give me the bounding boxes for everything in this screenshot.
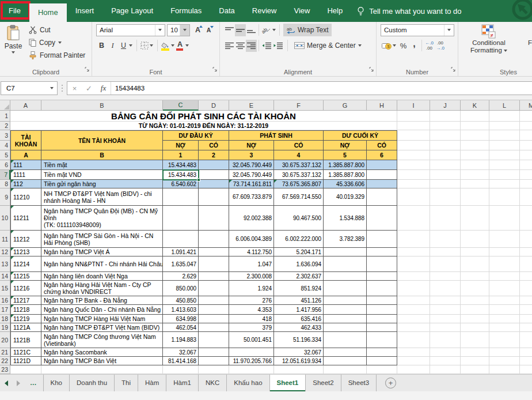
name-box[interactable]: C7 bbox=[1, 81, 58, 95]
cell-F13[interactable]: 1.636.094 bbox=[274, 256, 324, 272]
accounting-format-button[interactable]: $ bbox=[381, 40, 393, 52]
column-header-D[interactable]: D bbox=[199, 100, 229, 111]
cell-K5[interactable] bbox=[461, 150, 489, 160]
cell-D17[interactable] bbox=[199, 305, 229, 315]
italic-button[interactable]: I bbox=[107, 40, 118, 52]
cell-H14[interactable] bbox=[367, 272, 397, 281]
cell-M23[interactable] bbox=[520, 365, 532, 374]
cell-D23[interactable] bbox=[199, 365, 229, 374]
cell-A3[interactable]: TÀI KHOẢN bbox=[10, 130, 41, 150]
row-header-20[interactable]: 20 bbox=[0, 332, 10, 348]
cell-C4[interactable]: NỢ bbox=[163, 141, 199, 150]
cell-J4[interactable] bbox=[430, 141, 461, 150]
cell-E11[interactable]: 6.006.004.389 bbox=[229, 231, 274, 248]
conditional-formatting-button[interactable]: ≠ Conditional Formatting bbox=[462, 22, 516, 54]
cell-H21[interactable] bbox=[367, 348, 397, 357]
cell-D7[interactable] bbox=[199, 170, 229, 180]
bold-button[interactable]: B bbox=[96, 40, 107, 52]
cell-F8[interactable]: 73.675.365.807 bbox=[274, 180, 324, 188]
cell-K13[interactable] bbox=[461, 256, 489, 272]
cell-C20[interactable]: 1.194.883 bbox=[163, 332, 199, 348]
cell-K11[interactable] bbox=[461, 231, 489, 248]
row-header-8[interactable]: 8 bbox=[0, 180, 10, 188]
cell-L2[interactable] bbox=[489, 122, 520, 130]
orientation-dropdown-icon[interactable] bbox=[272, 29, 276, 31]
cell-A2[interactable]: TỪ NGÀY: 01-01-2019 ĐẾN NGÀY: 31-12-2019 bbox=[10, 122, 397, 130]
cell-I18[interactable] bbox=[397, 315, 430, 323]
ribbon-tab-file[interactable]: File bbox=[0, 0, 29, 22]
middle-align-button[interactable] bbox=[235, 24, 246, 36]
row-header-6[interactable]: 6 bbox=[0, 160, 10, 170]
cell-L21[interactable] bbox=[489, 348, 520, 357]
copy-button[interactable]: Copy bbox=[26, 36, 88, 49]
cell-L16[interactable] bbox=[489, 296, 520, 305]
column-header-A[interactable]: A bbox=[10, 100, 41, 111]
cell-M6[interactable] bbox=[520, 160, 532, 170]
cell-F17[interactable]: 1.417.956 bbox=[274, 305, 324, 315]
row-header-3[interactable]: 3 bbox=[0, 130, 10, 141]
ribbon-tab-view[interactable]: View bbox=[285, 0, 318, 22]
cell-L23[interactable] bbox=[489, 365, 520, 374]
cell-H15[interactable] bbox=[367, 281, 397, 296]
cell-F21[interactable]: 32.067 bbox=[274, 348, 324, 357]
cell-L9[interactable] bbox=[489, 188, 520, 206]
cell-F19[interactable]: 462.433 bbox=[274, 323, 324, 332]
cell-C18[interactable]: 634.998 bbox=[163, 315, 199, 323]
cell-L13[interactable] bbox=[489, 256, 520, 272]
cell-A14[interactable]: 11215 bbox=[10, 272, 41, 281]
cell-J11[interactable] bbox=[430, 231, 461, 248]
cell-M2[interactable] bbox=[520, 122, 532, 130]
cell-E21[interactable] bbox=[229, 348, 274, 357]
increase-indent-button[interactable] bbox=[272, 40, 284, 52]
cell-J9[interactable] bbox=[430, 188, 461, 206]
name-box-dropdown-icon[interactable] bbox=[47, 82, 57, 95]
cell-F22[interactable]: 12.051.619.934 bbox=[274, 357, 324, 365]
cell-E23[interactable] bbox=[229, 365, 274, 374]
cell-C17[interactable]: 1.413.603 bbox=[163, 305, 199, 315]
cell-B11[interactable]: Ngân hàng TMCP Sài Gòn - Hà Nội - CN Hải… bbox=[41, 231, 163, 248]
cell-M4[interactable] bbox=[520, 141, 532, 150]
cell-G16[interactable] bbox=[324, 296, 367, 305]
cell-J10[interactable] bbox=[430, 206, 461, 231]
format-as-table-button[interactable]: Format as Table bbox=[516, 22, 532, 54]
cell-G13[interactable] bbox=[324, 256, 367, 272]
cell-L4[interactable] bbox=[489, 141, 520, 150]
column-header-I[interactable]: I bbox=[397, 100, 430, 111]
cell-B22[interactable]: Ngân hàng TMCP Bản Việt bbox=[41, 357, 163, 365]
cell-A5[interactable]: A bbox=[10, 150, 41, 160]
cell-M13[interactable] bbox=[520, 256, 532, 272]
cell-D11[interactable] bbox=[199, 231, 229, 248]
cell-D5[interactable]: 2 bbox=[199, 150, 229, 160]
cell-A9[interactable]: 11210 bbox=[10, 188, 41, 206]
cell-A17[interactable]: 11218 bbox=[10, 305, 41, 315]
cell-F6[interactable]: 30.675.337.132 bbox=[274, 160, 324, 170]
cell-F18[interactable]: 635.416 bbox=[274, 315, 324, 323]
cell-B16[interactable]: Ngân hàng TP Bank - Đà Nẵng bbox=[41, 296, 163, 305]
cell-L14[interactable] bbox=[489, 272, 520, 281]
cell-K9[interactable] bbox=[461, 188, 489, 206]
cell-D8[interactable] bbox=[199, 180, 229, 188]
cell-B23[interactable] bbox=[41, 365, 163, 374]
cell-I1[interactable] bbox=[397, 111, 430, 122]
cell-F20[interactable]: 51.196.334 bbox=[274, 332, 324, 348]
row-header-10[interactable]: 10 bbox=[0, 206, 10, 231]
cell-I21[interactable] bbox=[397, 348, 430, 357]
row-header-12[interactable]: 12 bbox=[0, 248, 10, 256]
cell-D12[interactable] bbox=[199, 248, 229, 256]
cell-L10[interactable] bbox=[489, 206, 520, 231]
cell-K12[interactable] bbox=[461, 248, 489, 256]
cell-J5[interactable] bbox=[430, 150, 461, 160]
cell-I4[interactable] bbox=[397, 141, 430, 150]
font-launcher-icon[interactable] bbox=[212, 64, 218, 74]
cell-M5[interactable] bbox=[520, 150, 532, 160]
row-header-11[interactable]: 11 bbox=[0, 231, 10, 248]
cell-M19[interactable] bbox=[520, 323, 532, 332]
cell-L18[interactable] bbox=[489, 315, 520, 323]
cell-H7[interactable] bbox=[367, 170, 397, 180]
borders-button[interactable] bbox=[139, 40, 150, 52]
cell-K4[interactable] bbox=[461, 141, 489, 150]
align-center-button[interactable] bbox=[235, 40, 246, 52]
cell-A23[interactable] bbox=[10, 365, 41, 374]
cell-E4[interactable]: NỢ bbox=[229, 141, 274, 150]
cell-H6[interactable] bbox=[367, 160, 397, 170]
